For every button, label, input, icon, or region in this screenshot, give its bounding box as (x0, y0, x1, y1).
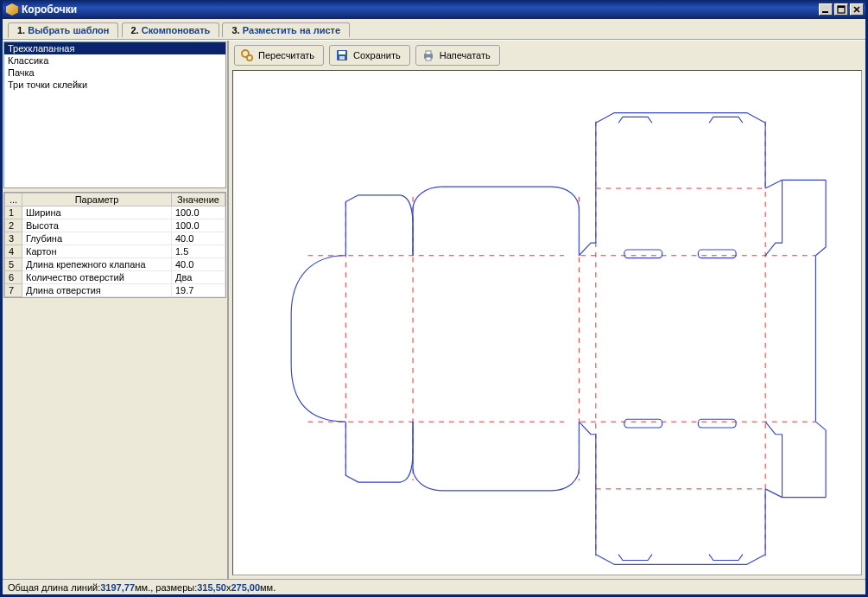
list-item[interactable]: Три точки склейки (4, 79, 225, 91)
app-box-icon (6, 3, 18, 16)
recalc-button[interactable]: Пересчитать (234, 45, 324, 66)
status-lines-length: 3197,77 (100, 582, 135, 593)
row-number: 6 (5, 271, 22, 284)
tabbar: 1. Выбрать шаблон 2. Скомпоновать 3. Раз… (3, 19, 865, 40)
table-row[interactable]: 6Количество отверстийДва (5, 271, 225, 284)
svg-rect-7 (339, 56, 345, 60)
statusbar: Общая длина линий: 3197,77 мм., размеры:… (3, 579, 865, 594)
list-item[interactable]: Классика (4, 54, 225, 67)
col-header-param[interactable]: Параметр (22, 194, 172, 206)
print-button[interactable]: Напечатать (415, 45, 500, 66)
param-name-cell: Длина отверстия (22, 284, 172, 297)
svg-rect-24 (624, 419, 662, 428)
table-row[interactable]: 2Высота100.0 (5, 219, 225, 232)
table-row[interactable]: 7Длина отверстия19.7 (5, 284, 225, 297)
tab-place-on-sheet[interactable]: 3. Разместить на листе (222, 22, 350, 37)
button-label: Напечатать (440, 50, 491, 60)
param-value-cell[interactable]: 100.0 (172, 206, 225, 219)
table-row[interactable]: 5Длина крепежного клапана40.0 (5, 258, 225, 271)
save-button[interactable]: Сохранить (329, 45, 410, 66)
col-header-value[interactable]: Значение (172, 194, 225, 206)
status-height: 275,00 (231, 582, 260, 593)
maximize-button[interactable] (834, 3, 848, 16)
tab-choose-template[interactable]: 1. Выбрать шаблон (8, 22, 118, 38)
row-number: 2 (5, 219, 22, 232)
param-name-cell: Количество отверстий (22, 271, 172, 284)
printer-icon (421, 48, 435, 62)
param-name-cell: Длина крепежного клапана (22, 258, 172, 271)
svg-rect-23 (698, 250, 736, 258)
minimize-button[interactable] (819, 3, 833, 16)
param-value-cell[interactable]: 19.7 (172, 284, 225, 297)
param-value-cell[interactable]: 100.0 (172, 219, 225, 232)
preview-canvas[interactable] (232, 70, 862, 575)
toolbar: Пересчитать Сохранить Напечатать (231, 42, 864, 70)
param-value-cell[interactable]: Два (172, 271, 225, 284)
row-number: 5 (5, 258, 22, 271)
param-name-cell: Высота (22, 219, 172, 232)
svg-rect-22 (624, 250, 662, 258)
close-button[interactable] (850, 3, 864, 16)
svg-rect-9 (426, 51, 431, 54)
table-row[interactable]: 1Ширина100.0 (5, 206, 225, 219)
param-name-cell: Ширина (22, 206, 172, 219)
svg-rect-0 (822, 11, 828, 13)
status-width: 315,50 (197, 582, 226, 593)
svg-rect-2 (838, 6, 845, 8)
gears-icon (240, 48, 254, 62)
table-row[interactable]: 3Глубина40.0 (5, 232, 225, 245)
floppy-icon (335, 48, 349, 62)
row-number: 7 (5, 284, 22, 297)
tab-compose[interactable]: 2. Скомпоновать (122, 22, 220, 37)
titlebar: Коробочки (3, 0, 865, 19)
window-title: Коробочки (22, 3, 77, 16)
svg-point-4 (247, 55, 252, 60)
param-value-cell[interactable]: 40.0 (172, 232, 225, 245)
row-number: 1 (5, 206, 22, 219)
list-item[interactable]: Пачка (4, 67, 225, 79)
param-value-cell[interactable]: 1.5 (172, 245, 225, 258)
svg-rect-10 (426, 57, 431, 60)
svg-rect-6 (339, 51, 345, 54)
table-corner-button[interactable]: ... (5, 194, 22, 206)
row-number: 3 (5, 232, 22, 245)
list-item[interactable]: Трехклапанная (4, 42, 225, 54)
row-number: 4 (5, 245, 22, 258)
param-value-cell[interactable]: 40.0 (172, 258, 225, 271)
parameter-table: ... Параметр Значение 1Ширина100.02Высот… (3, 192, 226, 298)
table-row[interactable]: 4Картон1.5 (5, 245, 225, 258)
param-name-cell: Картон (22, 245, 172, 258)
param-name-cell: Глубина (22, 232, 172, 245)
template-list[interactable]: Трехклапанная Классика Пачка Три точки с… (3, 41, 226, 188)
svg-rect-25 (698, 419, 736, 428)
button-label: Сохранить (353, 50, 401, 60)
button-label: Пересчитать (258, 50, 314, 60)
